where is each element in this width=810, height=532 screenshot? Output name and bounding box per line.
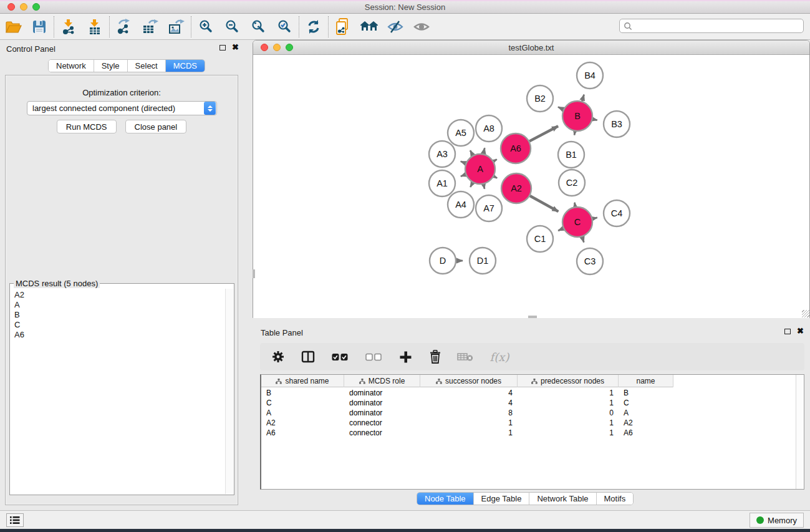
- table-cell[interactable]: 1: [420, 428, 518, 437]
- column-header-MCDS-role[interactable]: MCDS role: [344, 375, 420, 387]
- mcds-result-scrollbar[interactable]: [225, 289, 233, 494]
- tab-edge-table[interactable]: Edge Table: [474, 493, 530, 505]
- select-all-button[interactable]: [330, 349, 350, 365]
- column-header-name[interactable]: name: [619, 375, 673, 387]
- table-cell[interactable]: 8: [420, 409, 518, 417]
- edge-A-A8[interactable]: [483, 148, 485, 153]
- table-cell[interactable]: 1: [518, 389, 619, 397]
- tab-style[interactable]: Style: [94, 60, 128, 72]
- optimization-criterion-dropdown[interactable]: largest connected component (directed): [27, 101, 217, 115]
- zoom-fit-button[interactable]: [245, 16, 271, 38]
- mcds-result-item[interactable]: A6: [14, 330, 225, 340]
- edge-C-C4[interactable]: [592, 218, 597, 219]
- search-input[interactable]: [632, 22, 803, 31]
- edge-A2-C[interactable]: [530, 196, 558, 211]
- hide-selected-button[interactable]: [382, 16, 408, 38]
- table-cell[interactable]: C: [261, 399, 344, 407]
- table-cell[interactable]: dominator: [344, 389, 420, 397]
- table-cell[interactable]: A2: [619, 418, 673, 427]
- column-header-predecessor-nodes[interactable]: predecessor nodes: [518, 375, 619, 387]
- canvas-vscroll-indicator[interactable]: [253, 269, 255, 278]
- table-cell[interactable]: 4: [420, 399, 518, 407]
- mcds-result-item[interactable]: A2: [14, 290, 225, 300]
- close-panel-button[interactable]: Close panel: [125, 120, 187, 133]
- edge-B-B2[interactable]: [558, 107, 563, 110]
- close-table-panel-icon[interactable]: ✖: [797, 328, 804, 334]
- table-cell[interactable]: dominator: [344, 399, 420, 407]
- export-table-button[interactable]: [137, 16, 163, 38]
- run-mcds-button[interactable]: Run MCDS: [57, 120, 117, 133]
- mcds-result-item[interactable]: B: [14, 310, 225, 320]
- search-field[interactable]: [619, 19, 804, 33]
- table-row[interactable]: Bdominator41B: [261, 388, 804, 398]
- close-panel-icon[interactable]: ✖: [232, 44, 239, 51]
- apply-layout-button[interactable]: [301, 16, 327, 38]
- table-scrollbar[interactable]: [796, 375, 803, 489]
- table-cell[interactable]: A: [619, 409, 673, 417]
- edge-B-B1[interactable]: [574, 132, 575, 135]
- column-header-successor-nodes[interactable]: successor nodes: [420, 375, 518, 387]
- table-cell[interactable]: A2: [261, 418, 344, 427]
- table-cell[interactable]: dominator: [344, 409, 420, 417]
- table-cell[interactable]: 1: [518, 428, 619, 437]
- table-cell[interactable]: 1: [420, 418, 518, 427]
- new-network-from-selection-button[interactable]: [330, 16, 356, 38]
- float-panel-icon[interactable]: [219, 45, 226, 51]
- table-row[interactable]: A6connector11A6: [261, 428, 804, 438]
- table-cell[interactable]: A6: [619, 428, 673, 437]
- edge-A-A4[interactable]: [470, 183, 473, 187]
- table-cell[interactable]: B: [619, 389, 673, 397]
- edge-A-A3[interactable]: [461, 162, 466, 163]
- table-row[interactable]: A2connector11A2: [261, 418, 804, 428]
- column-header-shared-name[interactable]: shared name: [261, 375, 344, 387]
- table-cell[interactable]: C: [619, 399, 673, 407]
- table-cell[interactable]: connector: [344, 428, 420, 437]
- table-cell[interactable]: 4: [420, 389, 518, 397]
- import-table-button[interactable]: [82, 16, 108, 38]
- tab-motifs[interactable]: Motifs: [597, 493, 634, 505]
- function-builder-button[interactable]: f(x): [487, 349, 512, 365]
- tab-network[interactable]: Network: [49, 60, 94, 72]
- table-cell[interactable]: connector: [344, 418, 420, 427]
- edge-C-C1[interactable]: [558, 228, 563, 231]
- table-row[interactable]: Cdominator41C: [261, 398, 804, 408]
- export-network-button[interactable]: [111, 16, 137, 38]
- zoom-out-button[interactable]: [219, 16, 245, 38]
- show-all-button[interactable]: [408, 16, 435, 38]
- edge-B-B4[interactable]: [582, 95, 584, 102]
- delete-column-button[interactable]: [427, 349, 443, 365]
- import-network-button[interactable]: [55, 16, 82, 38]
- tab-select[interactable]: Select: [128, 60, 166, 72]
- zoom-in-button[interactable]: [193, 16, 219, 38]
- table-cell[interactable]: B: [261, 389, 344, 397]
- tab-node-table[interactable]: Node Table: [417, 493, 474, 505]
- table-cell[interactable]: A: [261, 409, 344, 417]
- zoom-selected-button[interactable]: [271, 16, 297, 38]
- table-row[interactable]: Adominator80A: [261, 408, 804, 418]
- edge-C-C2[interactable]: [575, 203, 576, 207]
- edge-A-A6[interactable]: [494, 160, 497, 162]
- edge-A-A7[interactable]: [483, 184, 485, 188]
- table-cell[interactable]: A6: [261, 428, 344, 437]
- table-cell[interactable]: 1: [518, 418, 619, 427]
- canvas-hscroll-indicator[interactable]: [528, 316, 537, 318]
- network-canvas[interactable]: AA1A2A3A4A5A6A7A8BB1B2B3B4CC1C2C3C4DD1: [253, 56, 809, 318]
- first-neighbors-button[interactable]: [356, 16, 382, 38]
- mcds-result-item[interactable]: C: [14, 320, 225, 330]
- resize-grip[interactable]: [802, 310, 809, 317]
- table-cell[interactable]: 0: [518, 409, 619, 417]
- edge-A-A1[interactable]: [461, 175, 466, 177]
- deselect-all-button[interactable]: [364, 349, 383, 365]
- table-cell[interactable]: 1: [518, 399, 619, 407]
- save-session-button[interactable]: [26, 16, 52, 38]
- task-history-button[interactable]: [6, 513, 24, 527]
- table-settings-button[interactable]: [270, 349, 286, 365]
- delete-table-button[interactable]: [457, 349, 473, 365]
- show-columns-button[interactable]: [300, 349, 316, 365]
- tab-mcds[interactable]: MCDS: [166, 60, 205, 72]
- mcds-result-item[interactable]: A: [14, 300, 225, 310]
- edge-A-A5[interactable]: [470, 150, 473, 155]
- open-session-button[interactable]: [0, 16, 26, 38]
- add-column-button[interactable]: [397, 349, 413, 365]
- tab-network-table[interactable]: Network Table: [529, 493, 596, 505]
